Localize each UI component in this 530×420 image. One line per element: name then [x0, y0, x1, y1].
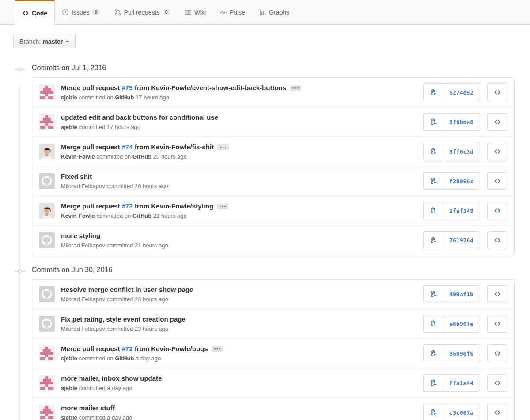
tab-wiki[interactable]: Wiki [178, 0, 213, 24]
browse-code-button[interactable] [487, 202, 507, 219]
copy-sha-button[interactable] [424, 143, 443, 160]
file-navigation: Branch: master [13, 35, 530, 48]
commit-author-link[interactable]: sjeble [61, 414, 77, 420]
commit-title-link[interactable]: more mailer, inbox show update [61, 375, 162, 382]
commit-title-link[interactable]: updated edit and back buttons for condit… [61, 114, 218, 121]
tab-graphs-label: Graphs [269, 9, 289, 16]
commit-sha-link[interactable]: ffa1a44 [443, 375, 480, 391]
pr-number-link[interactable]: #75 [122, 84, 133, 91]
commit-title-link[interactable]: Fixed shit [61, 173, 92, 180]
commit-title-link[interactable]: Merge pull request [61, 84, 122, 91]
copy-sha-button[interactable] [424, 286, 443, 303]
tab-issues-label: Issues [72, 9, 89, 16]
browse-code-button[interactable] [487, 143, 507, 160]
commits-listing: Commits on Jul 1, 2016 Merge pull reques… [13, 64, 515, 420]
avatar[interactable] [39, 84, 55, 100]
commit-actions: 6274d92 [423, 83, 507, 101]
pr-number-link[interactable]: #73 [122, 202, 133, 210]
avatar[interactable] [39, 345, 55, 361]
committed-text: committed on [96, 153, 131, 160]
tab-pull-requests[interactable]: Pull requests 0 [107, 0, 178, 24]
commit-description-toggle[interactable] [217, 144, 229, 150]
browse-code-button[interactable] [487, 315, 507, 333]
commit-title-link[interactable]: Merge pull request [61, 202, 122, 210]
tab-code[interactable]: Code [15, 0, 55, 25]
commit-meta: sjeble committed a day ago [61, 414, 132, 420]
browse-code-button[interactable] [487, 83, 507, 101]
copy-sha-button[interactable] [424, 404, 443, 420]
browse-code-button[interactable] [487, 285, 507, 303]
commit-sha-link[interactable]: c3c667a [443, 404, 480, 420]
avatar[interactable] [39, 405, 55, 420]
commit-actions: 7619764 [423, 231, 507, 249]
pr-number-link[interactable]: #74 [122, 143, 133, 151]
copy-sha-button[interactable] [424, 375, 443, 391]
avatar[interactable] [39, 232, 55, 248]
browse-code-button[interactable] [487, 113, 507, 131]
copy-sha-button[interactable] [424, 315, 443, 332]
commit-title-link[interactable]: Fix pet rating, style event creation pag… [61, 315, 186, 323]
commit-author-link[interactable]: sjeble [61, 355, 77, 362]
avatar[interactable] [39, 286, 55, 302]
commit-sha-link[interactable]: 6274d92 [443, 84, 480, 101]
copy-sha-button[interactable] [424, 114, 443, 130]
commit-author-link[interactable]: sjeble [61, 385, 77, 391]
tab-pulse[interactable]: Pulse [213, 0, 252, 24]
avatar[interactable] [39, 114, 55, 130]
tab-graphs[interactable]: Graphs [252, 0, 296, 24]
avatar[interactable] [39, 316, 55, 332]
commit-description-toggle[interactable] [290, 85, 301, 91]
avatar[interactable] [39, 173, 55, 189]
avatar[interactable] [39, 203, 55, 219]
commit-sha-link[interactable]: 8ff6c3d [443, 143, 480, 160]
copy-sha-button[interactable] [424, 345, 443, 362]
committer-name: GitHub [115, 355, 134, 362]
commit-sha-link[interactable]: 5f0bda0 [443, 114, 480, 130]
copy-sha-button[interactable] [424, 202, 443, 219]
branch-name: master [42, 38, 63, 45]
commit-group-heading: Commits on Jul 1, 2016 [32, 64, 515, 72]
commit-row: more styling Milorad Felbapov committed … [32, 226, 514, 255]
commit-time: 20 hours ago [153, 153, 187, 160]
commit-author-link[interactable]: Kevin-Fowle [61, 153, 95, 160]
commit-title-link[interactable]: more mailer stuff [61, 404, 115, 412]
copy-sha-button[interactable] [424, 84, 443, 101]
browse-code-button[interactable] [487, 374, 507, 392]
copy-sha-button[interactable] [424, 232, 443, 249]
committed-text: committed [106, 296, 133, 303]
browse-code-button[interactable] [487, 231, 507, 249]
commit-author: Milorad Felbapov [61, 325, 105, 332]
commit-title-link[interactable]: from Kevin-Fowle/bugs [133, 345, 208, 352]
commit-author-link[interactable]: Kevin-Fowle [61, 212, 95, 219]
commit-sha-link[interactable]: 86890f6 [443, 345, 480, 362]
avatar[interactable] [39, 144, 55, 159]
commit-title-link[interactable]: Merge pull request [61, 345, 122, 352]
commit-description-toggle[interactable] [217, 204, 228, 209]
tab-issues[interactable]: Issues 0 [55, 0, 107, 24]
commit-title-link[interactable]: from Kevin-Fowle/event-show-edit-back-bu… [133, 84, 287, 91]
commit-author: Milorad Felbapov [61, 183, 105, 189]
copy-sha-button[interactable] [424, 173, 443, 189]
commit-description-toggle[interactable] [212, 346, 223, 352]
commit-sha-link[interactable]: f28066c [443, 173, 480, 189]
commit-author-link[interactable]: sjeble [61, 94, 77, 101]
browse-code-button[interactable] [487, 172, 507, 190]
avatar[interactable] [39, 375, 55, 391]
commit-actions: 5f0bda0 [423, 113, 507, 131]
branch-select-button[interactable]: Branch: master [13, 35, 76, 48]
commit-sha-link[interactable]: 499af1b [443, 286, 480, 303]
browse-code-button[interactable] [487, 344, 507, 362]
pr-number-link[interactable]: #72 [122, 345, 133, 352]
commit-title-link[interactable]: from Kevin-Fowle/styling [133, 202, 214, 210]
commit-sha-link[interactable]: 2faf149 [443, 202, 480, 219]
commit-author-link[interactable]: sjeble [61, 124, 77, 130]
commit-sha-link[interactable]: e6b90fe [443, 315, 480, 332]
commit-title-link[interactable]: more styling [61, 232, 100, 239]
commit-title-link[interactable]: from Kevin-Fowle/fix-shit [133, 143, 214, 151]
commit-sha-link[interactable]: 7619764 [443, 232, 480, 249]
commit-title-link[interactable]: Resolve merge conflict in user show page [61, 286, 193, 293]
commit-meta: Milorad Felbapov committed 23 hours ago [61, 296, 193, 303]
tab-pulse-label: Pulse [230, 9, 245, 16]
commit-title-link[interactable]: Merge pull request [61, 143, 122, 151]
browse-code-button[interactable] [487, 404, 507, 420]
